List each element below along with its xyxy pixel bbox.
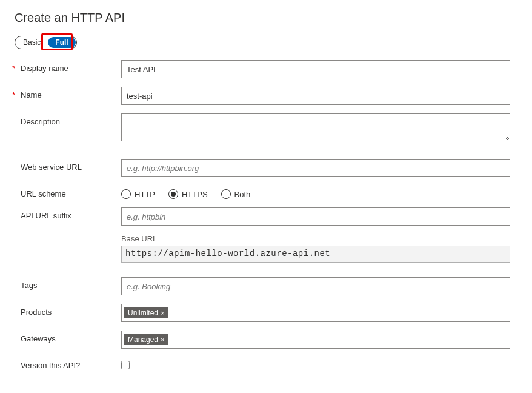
radio-icon bbox=[168, 189, 178, 199]
api-url-suffix-input[interactable] bbox=[121, 207, 510, 226]
label-tags: Tags bbox=[21, 281, 37, 290]
label-products: Products bbox=[21, 307, 52, 317]
radio-http[interactable]: HTTP bbox=[121, 189, 155, 199]
product-chip: Unlimited × bbox=[124, 307, 168, 318]
radio-icon bbox=[221, 189, 231, 199]
radio-both-label: Both bbox=[234, 190, 251, 199]
web-service-url-input[interactable] bbox=[121, 159, 510, 177]
gateway-chip: Managed × bbox=[124, 334, 168, 345]
display-name-input[interactable] bbox=[121, 60, 510, 78]
radio-http-label: HTTP bbox=[135, 190, 155, 199]
name-input[interactable] bbox=[121, 87, 510, 105]
required-marker: * bbox=[12, 64, 21, 73]
gateway-chip-label: Managed bbox=[128, 335, 158, 344]
view-toggle: Basic Full bbox=[15, 36, 77, 49]
description-input[interactable] bbox=[121, 113, 510, 141]
base-url-display: https://apim-hello-world.azure-api.net bbox=[121, 246, 510, 263]
tab-full[interactable]: Full bbox=[48, 37, 75, 48]
radio-https-label: HTTPS bbox=[182, 190, 208, 199]
version-checkbox[interactable] bbox=[121, 361, 130, 369]
tags-input[interactable] bbox=[121, 277, 510, 295]
page-title: Create an HTTP API bbox=[15, 11, 520, 25]
label-name: Name bbox=[21, 90, 42, 99]
label-url-scheme: URL scheme bbox=[21, 189, 66, 198]
url-scheme-radio-group: HTTP HTTPS Both bbox=[121, 186, 510, 199]
products-input[interactable]: Unlimited × bbox=[121, 304, 510, 322]
close-icon[interactable]: × bbox=[161, 336, 164, 343]
label-web-service-url: Web service URL bbox=[21, 163, 82, 172]
radio-both[interactable]: Both bbox=[221, 189, 251, 199]
label-api-url-suffix: API URL suffix bbox=[21, 211, 71, 220]
tab-basic[interactable]: Basic bbox=[16, 37, 48, 48]
required-marker: * bbox=[12, 90, 21, 99]
close-icon[interactable]: × bbox=[161, 309, 164, 317]
label-display-name: Display name bbox=[21, 64, 68, 73]
radio-https[interactable]: HTTPS bbox=[168, 189, 208, 199]
label-description: Description bbox=[21, 117, 60, 126]
label-gateways: Gateways bbox=[21, 334, 56, 343]
product-chip-label: Unlimited bbox=[128, 309, 158, 317]
label-base-url: Base URL bbox=[121, 234, 510, 243]
gateways-input[interactable]: Managed × bbox=[121, 331, 510, 349]
radio-icon bbox=[121, 189, 131, 199]
label-version: Version this API? bbox=[21, 361, 80, 370]
